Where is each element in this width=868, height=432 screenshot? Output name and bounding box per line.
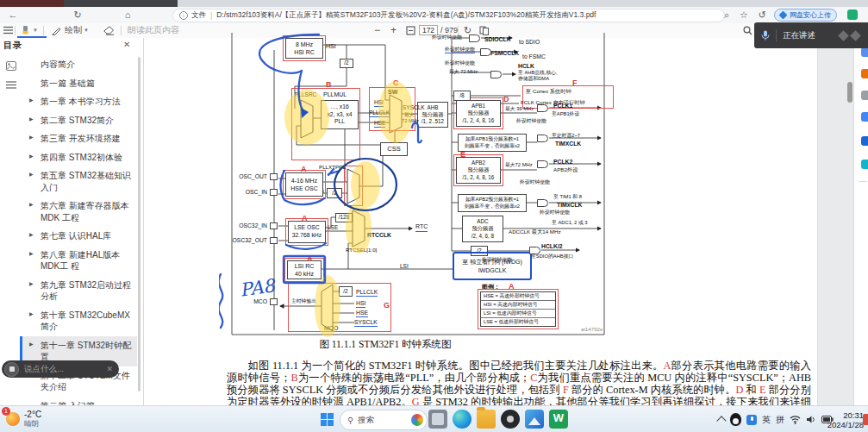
wifi-icon[interactable] [790,415,801,424]
start-button[interactable] [321,413,334,426]
toolbar-divider [121,26,122,35]
diagram-box: 如果APB2预分频系数=1则频率不变，否则频率x2 [458,194,527,212]
voice-typing-icon[interactable] [746,415,757,425]
sidebar-item[interactable]: ▶第五章 STM32基础知识入门 [20,166,137,197]
sidebar-item[interactable]: ▶第四章 STM32初体验 [20,148,137,167]
taskbar-app-wps[interactable] [549,410,568,429]
taskbar-search[interactable]: ⚲ 搜索 [340,410,428,430]
sync-icon[interactable]: ↺ [756,9,768,21]
chevron-down-icon[interactable]: ▼ [33,28,38,33]
taskbar-corner-icon[interactable] [863,414,868,425]
extension-icon[interactable] [847,9,858,20]
browser-tab[interactable] [64,0,178,7]
pdf-viewport: 8 MHzHSI RC/2…, x16x2, x3, x4PLLCSS4-16 … [144,38,868,405]
edge-rail-icon[interactable] [861,136,868,146]
sidebar-item[interactable]: ▶第十章 STM32CubeMX简介 [20,306,137,336]
sidebar-item[interactable]: ▶第三章 开发环境搭建 [20,129,137,148]
weather-widget[interactable]: 1 -2°C 晴朗 [3,409,41,428]
taskbar-clock[interactable]: 20:31 2024/1/28 [826,410,864,429]
read-aloud-button[interactable]: 朗读此页内容 [128,24,179,36]
draw-button[interactable]: 绘制 ▼ [52,24,89,36]
home-icon[interactable]: ⌂ [122,9,134,21]
microphone-icon[interactable] [761,30,770,41]
section-letter: F [563,384,569,396]
sidebar-scrollbar[interactable] [138,57,141,391]
ime-language-indicator[interactable]: 英 [762,414,771,426]
eraser-icon[interactable] [103,24,115,36]
read-aloud-popup: 正在讲述 [754,22,868,48]
diagram-label: PLLCLK [369,110,390,117]
info-icon[interactable]: i [179,11,188,20]
weather-icon: 1 [3,409,22,428]
legend-row: HSI = 高速内部时钟信号 [481,300,555,309]
sidebar-item[interactable]: ▶第九章 STM32启动过程分析 [20,276,137,306]
diagram-label: 外设时钟使能 [540,210,570,215]
qq-icon[interactable] [730,413,741,426]
edge-rail-icon[interactable] [861,47,868,57]
browser-content: 目录 ✕ 内容简介第一篇 基础篇▶第一章 本书学习方法▶第二章 STM32简介▶… [0,38,868,405]
diagram-label: F [572,79,578,88]
edge-rail-icon[interactable] [861,112,868,122]
sidebar-item[interactable]: ▶第七章 认识HAL库 [20,227,137,246]
sidebar-item-label: 第十一章 STM32时钟配置 [41,340,134,363]
taskbar-app-window[interactable] [428,410,447,429]
netdisk-upload-button[interactable]: 网盘安心上传 [774,9,837,22]
toc-sidebar: 目录 ✕ 内容简介第一篇 基础篇▶第一章 本书学习方法▶第二章 STM32简介▶… [0,38,144,405]
sidebar-item[interactable]: ▶第六章 新建寄存器版本MDK 工程 [20,197,137,227]
ime-mode-indicator[interactable]: 拼 [776,414,784,426]
highlighter-button[interactable]: ▼ [21,24,38,36]
and-gate [469,34,480,42]
sidebar-item-label: 内容简介 [41,59,134,71]
diagram-label: SDIOCLK [484,36,511,42]
pdf-scrollbar-thumb[interactable] [847,82,852,103]
edge-rail-icon[interactable] [861,160,868,169]
diagram-box: /8 [453,91,471,101]
window-tab-remnant [0,0,64,7]
diagram-label: 外设时钟使能 [516,118,546,123]
find-in-document-icon[interactable] [743,24,752,36]
tray-overflow-icon[interactable] [716,416,726,425]
diagram-label: 最大 36 MHz [505,106,534,111]
sidebar-item[interactable]: ▶第八章 新建HAL版本MDK工 程 [20,246,137,276]
search-highlights-icon[interactable] [411,414,423,426]
close-icon[interactable]: ✕ [123,40,130,49]
taskbar-app-folder[interactable] [477,410,496,429]
sidebar-item[interactable]: ▶第二章 STM32简介 [20,111,137,130]
edge-rail-icon[interactable] [861,91,868,100]
taskbar-app-edge[interactable] [453,410,471,429]
taskbar-app-photos[interactable] [525,410,544,429]
favorite-star-icon[interactable]: ☆ [738,9,750,21]
section-letter: B [291,372,298,384]
zoom-page-icon[interactable]: ⌕ [721,9,733,21]
back-icon[interactable]: ← [7,9,19,21]
voice-glyph [9,366,15,372]
chevron-down-icon[interactable]: ▼ [84,28,89,33]
diagram-label: SYSCLK [403,104,425,110]
diagram-box: CSS [380,142,408,156]
address-scheme-label: 文件 [191,10,206,21]
toc-toggle-icon[interactable] [3,24,13,36]
speaker-icon[interactable] [806,415,816,424]
close-icon[interactable]: ✕ [106,365,113,373]
sidebar-item[interactable]: ▶第一章 本书学习方法 [20,92,137,111]
thumbnails-view-icon[interactable] [6,61,17,72]
diagram-label: SW [388,89,397,96]
diagram-label: 最大 [404,112,415,117]
diagram-label: 至 AHB总线,核心, [518,70,558,75]
weather-temp: -2°C [24,410,41,419]
outline-view-icon[interactable] [6,81,17,91]
sidebar-item[interactable]: 第二篇 入门篇 [20,397,137,406]
sidebar-item-label: 第六章 新建寄存器版本MDK 工程 [41,200,134,223]
refresh-icon[interactable]: ↻ [72,9,84,21]
system-tray: 英 拼 [718,406,834,432]
sidebar-item[interactable]: 内容简介 [20,55,137,74]
windows-taskbar: 1 -2°C 晴朗 ⚲ 搜索 英 拼 20:31 2024/1/28 [0,405,868,432]
chevron-right-icon: ▶ [29,116,34,122]
sidebar-item[interactable]: 第一篇 基础篇 [20,74,137,93]
edge-rail-icon[interactable] [861,69,868,78]
sidebar-item-label: 第一篇 基础篇 [41,78,134,90]
taskbar-app-game[interactable] [501,410,520,429]
voice-button[interactable] [4,362,19,377]
address-bar[interactable]: i 文件 | D:/stm32f103资料A/【正点原子】精英STM32F103… [172,9,725,22]
body-text: 和 [743,384,759,396]
